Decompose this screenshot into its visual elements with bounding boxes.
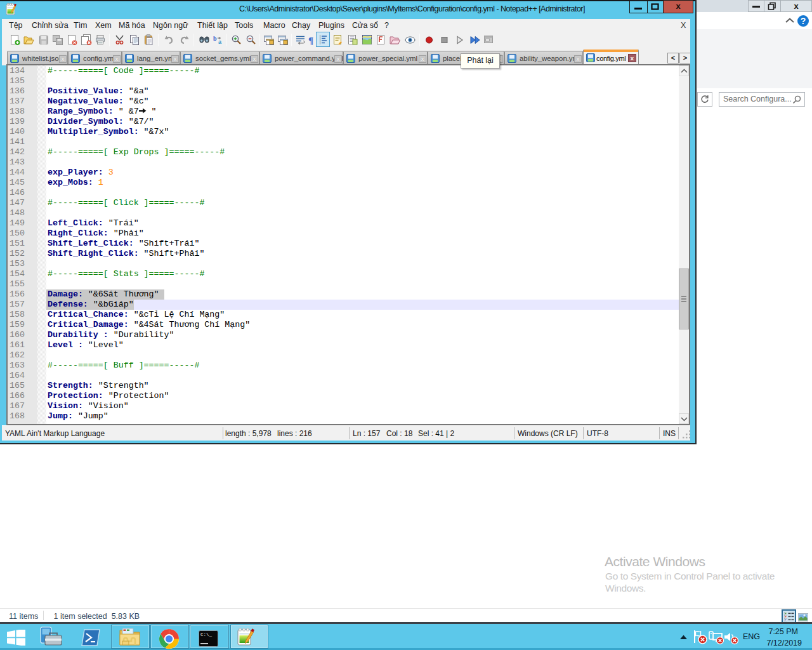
- svg-text:C:\_: C:\_: [200, 632, 213, 637]
- svg-text:b: b: [213, 36, 217, 42]
- svg-text:a: a: [218, 39, 222, 45]
- svg-text:¶: ¶: [308, 36, 313, 46]
